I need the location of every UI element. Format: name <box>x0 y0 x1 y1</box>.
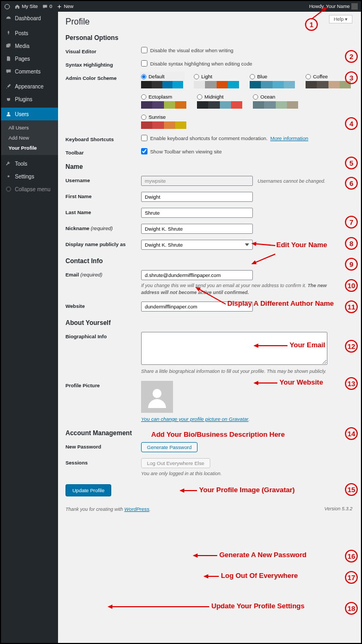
sidebar-item-media[interactable]: Media <box>1 39 58 52</box>
sidebar-sub-your-profile[interactable]: Your Profile <box>1 143 58 153</box>
section-about: About Yourself <box>65 319 352 327</box>
annotation-marker-16: 16 <box>345 550 358 563</box>
sidebar-item-appearance[interactable]: Appearance <box>1 80 58 93</box>
annotation-marker-3: 3 <box>345 71 358 84</box>
comments-count[interactable]: 0 <box>42 4 52 10</box>
profile-picture <box>141 381 173 413</box>
annotation-text-logout: Log Out Of Everywhere <box>221 572 298 580</box>
label-toolbar: Toolbar <box>65 148 141 156</box>
label-sessions: Sessions <box>65 458 141 466</box>
radio-color-scheme[interactable] <box>141 74 146 79</box>
collapse-menu[interactable]: Collapse menu <box>1 183 58 195</box>
section-account: Account Management <box>65 429 352 437</box>
sidebar-item-posts[interactable]: Posts <box>1 27 58 39</box>
profile-content: Help ▾ Profile Personal Options Visual E… <box>58 12 361 643</box>
color-scheme-ectoplasm[interactable]: Ectoplasm <box>141 94 186 109</box>
plug-icon <box>5 96 12 102</box>
color-scheme-midnight[interactable]: Midnight <box>197 94 242 109</box>
admin-sidebar: DashboardPostsMediaPagesCommentsAppearan… <box>1 12 58 643</box>
annotation-text-edit_name: Edit Your Name <box>276 241 327 249</box>
dashboard-icon <box>5 15 12 21</box>
button-update-profile[interactable]: Update Profile <box>65 484 111 496</box>
sidebar-item-label: Appearance <box>15 84 44 89</box>
label-nickname: Nickname (required) <box>65 224 141 231</box>
label-username: Username <box>65 176 141 183</box>
color-scheme-label: Coffee <box>313 74 328 79</box>
button-generate-password[interactable]: Generate Password <box>141 442 198 452</box>
sidebar-item-dashboard[interactable]: Dashboard <box>1 12 58 25</box>
annotation-marker-8: 8 <box>345 237 358 250</box>
input-first-name[interactable] <box>141 192 253 202</box>
sidebar-sub-add-new[interactable]: Add New <box>1 133 58 143</box>
admin-bar: My Site 0 New Howdy, Your Name <box>1 1 361 12</box>
annotation-marker-5: 5 <box>345 157 358 169</box>
label-first-name: First Name <box>65 192 141 199</box>
sidebar-item-label: Users <box>15 111 29 117</box>
annotation-marker-7: 7 <box>345 216 358 229</box>
label-syntax: Syntax Highlighting <box>65 60 141 68</box>
footer-thanks: Thank you for creating with WordPress. <box>65 506 151 512</box>
sidebar-item-label: Tools <box>15 161 27 167</box>
help-button[interactable]: Help ▾ <box>329 15 352 23</box>
label-last-name: Last Name <box>65 208 141 215</box>
radio-color-scheme[interactable] <box>141 115 146 120</box>
checkbox-toolbar[interactable] <box>141 148 147 154</box>
color-scheme-sunrise[interactable]: Sunrise <box>141 114 186 129</box>
annotation-marker-6: 6 <box>345 177 358 190</box>
user-icon <box>5 111 12 117</box>
color-scheme-default[interactable]: Default <box>139 72 185 90</box>
color-scheme-light[interactable]: Light <box>194 74 239 88</box>
checkbox-shortcuts[interactable] <box>141 135 147 141</box>
sidebar-item-label: Posts <box>15 30 28 36</box>
radio-color-scheme[interactable] <box>197 94 202 100</box>
link-wordpress[interactable]: WordPress <box>125 506 150 512</box>
sidebar-sub-all-users[interactable]: All Users <box>1 123 58 133</box>
input-email[interactable] <box>141 270 253 280</box>
checkbox-syntax[interactable] <box>141 60 147 67</box>
sidebar-item-plugins[interactable]: Plugins <box>1 93 58 105</box>
site-name[interactable]: My Site <box>14 4 38 10</box>
desc-bio: Share a little biographical information … <box>141 368 333 375</box>
new-content[interactable]: New <box>56 4 73 10</box>
annotation-marker-12: 12 <box>345 340 358 353</box>
desc-email: If you change this we will send you an e… <box>141 282 333 296</box>
annotation-marker-13: 13 <box>345 377 358 390</box>
annotation-marker-11: 11 <box>345 300 358 313</box>
annotation-marker-18: 18 <box>345 602 358 615</box>
input-nickname[interactable] <box>141 224 253 234</box>
annotation-text-your_website: Your Website <box>279 378 323 386</box>
color-scheme-blue[interactable]: Blue <box>250 74 295 88</box>
media-icon <box>5 43 12 49</box>
sidebar-item-pages[interactable]: Pages <box>1 52 58 65</box>
color-scheme-ocean[interactable]: Ocean <box>253 94 298 109</box>
link-shortcuts-info[interactable]: More information <box>270 135 308 141</box>
button-logout-everywhere[interactable]: Log Out Everywhere Else <box>141 458 210 468</box>
sidebar-item-label: Media <box>15 43 29 49</box>
wp-logo[interactable] <box>4 4 10 10</box>
sidebar-item-settings[interactable]: Settings <box>1 170 58 183</box>
label-profile-picture: Profile Picture <box>65 381 141 388</box>
color-scheme-label: Default <box>149 74 164 79</box>
radio-color-scheme[interactable] <box>250 74 255 79</box>
annotation-marker-1: 1 <box>305 18 318 31</box>
select-display-name[interactable]: Dwight K. Shrute <box>141 240 253 250</box>
sidebar-item-tools[interactable]: Tools <box>1 157 58 170</box>
radio-color-scheme[interactable] <box>253 94 258 100</box>
annotation-marker-2: 2 <box>345 50 358 63</box>
radio-color-scheme[interactable] <box>194 74 199 79</box>
note-username: Usernames cannot be changed. <box>258 178 326 184</box>
howdy-account[interactable]: Howdy, Your Name <box>309 3 358 10</box>
sidebar-item-users[interactable]: Users <box>1 108 58 120</box>
sidebar-item-comments[interactable]: Comments <box>1 65 58 78</box>
link-gravatar[interactable]: You can change your profile picture on G… <box>141 416 249 422</box>
radio-color-scheme[interactable] <box>141 94 146 100</box>
input-last-name[interactable] <box>141 208 253 218</box>
radio-color-scheme[interactable] <box>306 74 311 79</box>
sidebar-item-label: Dashboard <box>15 15 41 21</box>
label-display-name: Display name publicly as <box>65 240 141 247</box>
avatar-icon <box>351 3 358 10</box>
checkbox-visual-editor[interactable] <box>141 47 147 53</box>
color-scheme-coffee[interactable]: Coffee <box>306 74 351 88</box>
annotation-marker-10: 10 <box>345 279 358 292</box>
brush-icon <box>5 83 12 89</box>
